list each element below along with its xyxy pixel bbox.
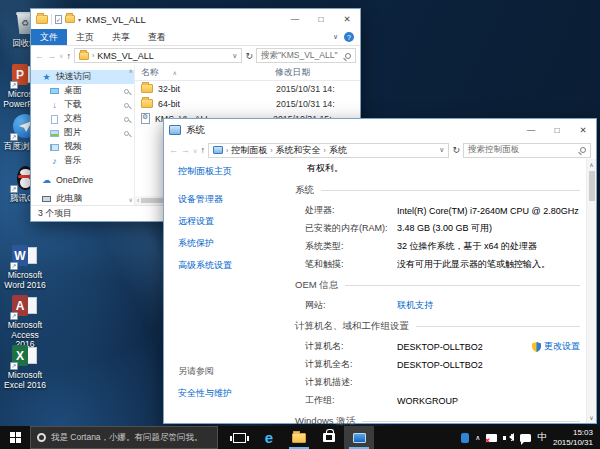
explorer-address-bar: ← → ∨ ↑ › KMS_VL_ALL ∨ ↻ 搜索"KMS_VL_ALL" <box>31 46 360 65</box>
nav-item-desktop[interactable]: 桌面 <box>31 84 134 98</box>
ime-indicator[interactable]: 中 <box>537 431 547 444</box>
ribbon-tab-home[interactable]: 主页 <box>67 29 103 45</box>
column-header-name[interactable]: 名称 ∧ <box>141 67 275 79</box>
nav-item-this-pc[interactable]: 此电脑 <box>31 192 134 206</box>
uac-shield-icon <box>532 342 541 352</box>
link-advanced-system-settings[interactable]: 高级系统设置 <box>178 259 291 272</box>
help-icon[interactable]: ? <box>344 32 354 42</box>
breadcrumb-control-panel[interactable]: 控制面板 <box>231 144 267 157</box>
maximize-button[interactable]: □ <box>308 9 334 29</box>
breadcrumb-folder[interactable]: KMS_VL_ALL <box>97 51 154 61</box>
ribbon-tab-view[interactable]: 查看 <box>139 29 175 45</box>
nav-scroll-up-icon[interactable]: ∧ <box>129 67 133 74</box>
shortcut-arrow-icon: ↗ <box>10 185 18 193</box>
minimize-button[interactable]: — <box>282 9 308 29</box>
network-disconnected-icon[interactable]: ✕ <box>486 434 497 442</box>
volume-icon[interactable] <box>503 432 514 443</box>
back-icon[interactable]: ← <box>169 145 178 155</box>
breadcrumb-system[interactable]: 系统 <box>329 144 347 157</box>
nav-item-downloads[interactable]: ↓ 下载 <box>31 98 134 112</box>
explorer-search-input[interactable]: 搜索"KMS_VL_ALL" <box>256 48 356 63</box>
action-center-icon[interactable] <box>520 434 531 442</box>
address-dropdown-chevron-icon[interactable]: ∨ <box>232 52 237 60</box>
recent-locations-chevron-icon[interactable]: ∨ <box>193 147 197 154</box>
recent-locations-chevron-icon[interactable]: ∨ <box>59 52 63 59</box>
new-folder-icon[interactable] <box>65 15 75 23</box>
desktop-icon-word[interactable]: W↗ Microsoft Word 2016 <box>2 242 48 290</box>
file-row-32bit[interactable]: 32-bit 2015/10/31 14: <box>135 81 360 96</box>
search-placeholder: 搜索"KMS_VL_ALL" <box>261 50 337 62</box>
minimize-button[interactable]: — <box>518 119 544 141</box>
address-breadcrumb[interactable]: › KMS_VL_ALL ∨ <box>74 48 243 63</box>
store-button[interactable] <box>314 426 344 449</box>
desktop-icon-excel[interactable]: X↗ Microsoft Excel 2016 <box>2 342 48 390</box>
desktop-icon-access[interactable]: A↗ Microsoft Access 2016 <box>2 292 48 350</box>
system-window-icon <box>353 433 366 443</box>
address-breadcrumb[interactable]: › 控制面板 › 系统和安全 › 系统 ∨ <box>208 143 450 158</box>
file-explorer-button[interactable] <box>284 426 314 449</box>
nav-item-quick-access[interactable]: ★ 快速访问 <box>31 70 134 84</box>
address-dropdown-chevron-icon[interactable]: ∨ <box>439 146 444 154</box>
scroll-down-icon[interactable]: ∨ <box>587 414 596 421</box>
refresh-icon[interactable]: ↻ <box>245 51 253 61</box>
nav-item-music[interactable]: ♪ 音乐 <box>31 154 134 168</box>
expand-ribbon-chevron-icon[interactable]: ∨ <box>333 33 338 41</box>
taskbar-clock[interactable]: 15:03 2015/10/31 <box>553 428 596 447</box>
link-remote-settings[interactable]: 远程设置 <box>178 215 291 228</box>
system-title-bar[interactable]: 系统 — □ ✕ <box>164 119 596 141</box>
link-device-manager[interactable]: 设备管理器 <box>178 193 291 206</box>
info-row-computer-name: 计算机名: DESKTOP-OLLTBO2 更改设置 <box>305 340 580 353</box>
copyright-text: 有权利。 <box>307 162 582 175</box>
maximize-button[interactable]: □ <box>544 119 570 141</box>
column-header-date[interactable]: 修改日期 <box>275 67 310 79</box>
link-online-support[interactable]: 联机支持 <box>397 299 433 312</box>
start-button[interactable] <box>0 426 30 449</box>
forward-icon[interactable]: → <box>181 145 190 155</box>
back-icon[interactable]: ← <box>35 51 44 61</box>
scroll-up-icon[interactable]: ∧ <box>587 161 596 168</box>
cortana-search-box[interactable]: 我是 Cortana，小娜。有问题尽管问我。 <box>30 426 218 449</box>
control-panel-search-input[interactable]: 搜索控制面板 <box>463 143 591 158</box>
link-control-panel-home[interactable]: 控制面板主页 <box>178 165 291 178</box>
qat-customize-chevron-icon[interactable]: ▾ <box>78 16 81 23</box>
forward-icon[interactable]: → <box>47 51 56 61</box>
nav-item-pictures[interactable]: 图片 <box>31 126 134 140</box>
system-task-pane: 控制面板主页 设备管理器 远程设置 系统保护 高级系统设置 另请参阅 安全性与维… <box>164 159 291 423</box>
change-settings-link[interactable]: 更改设置 <box>544 340 580 353</box>
link-system-protection[interactable]: 系统保护 <box>178 237 291 250</box>
star-icon: ★ <box>41 72 52 82</box>
explorer-title-bar[interactable]: ▾ KMS_VL_ALL — □ ✕ <box>31 9 360 29</box>
see-also-section: 另请参阅 安全性与维护 <box>178 365 232 409</box>
task-view-button[interactable] <box>224 426 254 449</box>
nav-item-onedrive[interactable]: ☁ OneDrive <box>31 173 134 187</box>
shortcut-arrow-icon: ↗ <box>10 81 18 89</box>
scrollbar-thumb[interactable] <box>589 171 595 201</box>
properties-icon[interactable] <box>55 15 62 24</box>
show-hidden-icons-chevron-icon[interactable]: ∧ <box>475 434 480 442</box>
link-security-maintenance[interactable]: 安全性与维护 <box>178 387 232 400</box>
ribbon-tab-strip: 文件 主页 共享 查看 ∨ ? <box>31 29 360 46</box>
edge-button[interactable]: e <box>254 426 284 449</box>
shortcut-arrow-icon: ↗ <box>10 362 18 370</box>
nav-item-documents[interactable]: 文档 <box>31 112 134 126</box>
nav-item-videos[interactable]: 视频 <box>31 140 134 154</box>
video-icon <box>49 144 60 151</box>
close-button[interactable]: ✕ <box>570 119 596 141</box>
info-row-workgroup: 工作组: WORKGROUP <box>305 394 580 407</box>
refresh-icon[interactable]: ↻ <box>452 145 460 155</box>
system-window-button[interactable] <box>344 426 374 449</box>
close-button[interactable]: ✕ <box>334 9 360 29</box>
up-icon[interactable]: ↑ <box>66 51 71 61</box>
ribbon-tab-file[interactable]: 文件 <box>31 29 67 45</box>
nav-scroll-down-icon[interactable]: ∨ <box>129 196 133 203</box>
breadcrumb-system-security[interactable]: 系统和安全 <box>276 144 321 157</box>
clock-date: 2015/10/31 <box>553 438 593 448</box>
file-row-64bit[interactable]: 64-bit 2015/10/31 14: <box>135 96 360 111</box>
info-row-computer-description: 计算机描述: <box>305 376 580 389</box>
tray-app-icon[interactable] <box>461 433 469 443</box>
vertical-scrollbar[interactable]: ∧ ∨ <box>586 159 596 423</box>
download-icon: ↓ <box>49 100 60 110</box>
section-header-computer-name: 计算机名、域和工作组设置 <box>295 320 582 333</box>
ribbon-tab-share[interactable]: 共享 <box>103 29 139 45</box>
up-icon[interactable]: ↑ <box>200 145 205 155</box>
